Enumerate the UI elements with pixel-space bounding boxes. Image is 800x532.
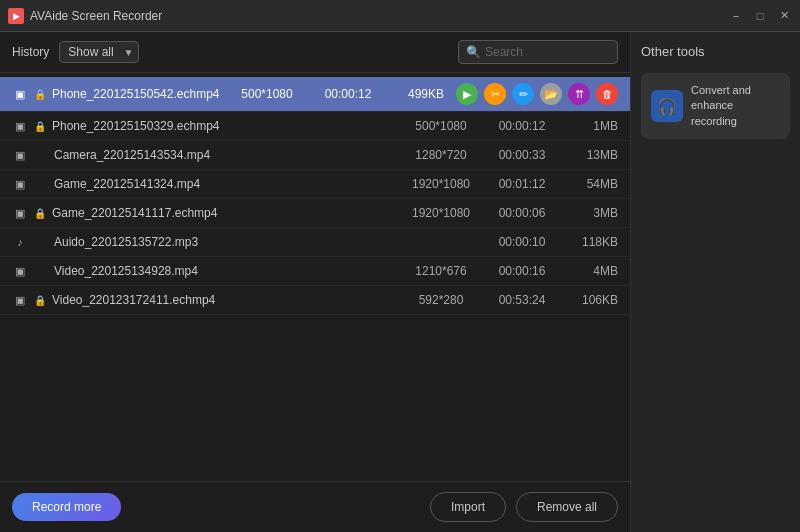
lock-icon: 🔒 [34,121,46,132]
file-name: Game_220125141117.echmp4 [52,206,395,220]
row-actions: ▶✂✏📂⇈🗑 [456,83,618,105]
search-icon: 🔍 [466,45,481,59]
edit-button[interactable]: ✂ [484,83,506,105]
table-row[interactable]: ▣🔒Phone_220125150542.echmp4500*108000:00… [0,77,630,112]
convert-label: Convert and enhance recording [691,83,780,129]
app-icon: ▶ [8,8,24,24]
other-tools-title: Other tools [641,44,790,59]
maximize-button[interactable]: □ [752,8,768,24]
file-name: Video_220123172411.echmp4 [52,293,395,307]
file-name: Game_220125141324.mp4 [54,177,395,191]
file-duration: 00:00:12 [487,119,557,133]
file-duration: 00:00:12 [313,87,383,101]
table-row[interactable]: ▣Video_220125134928.mp41210*67600:00:164… [0,257,630,286]
file-size: 1MB [563,119,618,133]
left-panel: History Show all Video Audio ▼ 🔍 ▣🔒Phone… [0,32,630,532]
convert-icon: 🎧 [651,90,683,122]
lock-icon: 🔒 [34,208,46,219]
file-size: 3MB [563,206,618,220]
title-bar-left: ▶ AVAide Screen Recorder [8,8,162,24]
file-duration: 00:00:33 [487,148,557,162]
table-row[interactable]: ▣Camera_220125143534.mp41280*72000:00:33… [0,141,630,170]
table-row[interactable]: ♪Auido_220125135722.mp300:00:10118KB [0,228,630,257]
play-button[interactable]: ▶ [456,83,478,105]
record-more-button[interactable]: Record more [12,493,121,521]
file-duration: 00:00:16 [487,264,557,278]
file-duration: 00:00:10 [487,235,557,249]
video-icon: ▣ [12,147,28,163]
video-icon: ▣ [12,118,28,134]
app-title: AVAide Screen Recorder [30,9,162,23]
video-icon: ▣ [12,86,28,102]
file-size: 106KB [563,293,618,307]
file-resolution: 1280*720 [401,148,481,162]
file-size: 13MB [563,148,618,162]
file-resolution: 500*1080 [401,119,481,133]
close-button[interactable]: ✕ [776,8,792,24]
file-resolution: 1920*1080 [401,206,481,220]
history-dropdown-wrapper[interactable]: Show all Video Audio ▼ [59,41,139,63]
file-resolution: 592*280 [401,293,481,307]
convert-enhance-tool[interactable]: 🎧 Convert and enhance recording [641,73,790,139]
file-name: Camera_220125143534.mp4 [54,148,395,162]
file-resolution: 1210*676 [401,264,481,278]
window-controls: − □ ✕ [728,8,792,24]
file-name: Video_220125134928.mp4 [54,264,395,278]
import-button[interactable]: Import [430,492,506,522]
video-icon: ▣ [12,205,28,221]
file-name: Auido_220125135722.mp3 [54,235,395,249]
video-icon: ▣ [12,263,28,279]
history-dropdown[interactable]: Show all Video Audio [59,41,139,63]
delete-button[interactable]: 🗑 [596,83,618,105]
pencil-button[interactable]: ✏ [512,83,534,105]
video-icon: ▣ [12,292,28,308]
history-label: History [12,45,49,59]
file-name: Phone_220125150542.echmp4 [52,87,221,101]
audio-icon: ♪ [12,234,28,250]
minimize-button[interactable]: − [728,8,744,24]
file-size: 499KB [389,87,444,101]
file-duration: 00:01:12 [487,177,557,191]
file-name: Phone_220125150329.echmp4 [52,119,395,133]
share-button[interactable]: ⇈ [568,83,590,105]
folder-button[interactable]: 📂 [540,83,562,105]
search-input[interactable] [458,40,618,64]
table-row[interactable]: ▣🔒Video_220123172411.echmp4592*28000:53:… [0,286,630,315]
right-panel: Other tools 🎧 Convert and enhance record… [630,32,800,532]
title-bar: ▶ AVAide Screen Recorder − □ ✕ [0,0,800,32]
lock-icon: 🔒 [34,295,46,306]
video-icon: ▣ [12,176,28,192]
file-size: 118KB [563,235,618,249]
table-row[interactable]: ▣Game_220125141324.mp41920*108000:01:125… [0,170,630,199]
table-row[interactable]: ▣🔒Game_220125141117.echmp41920*108000:00… [0,199,630,228]
file-size: 54MB [563,177,618,191]
footer-right: Import Remove all [430,492,618,522]
footer: Record more Import Remove all [0,481,630,532]
lock-icon: 🔒 [34,89,46,100]
main-container: History Show all Video Audio ▼ 🔍 ▣🔒Phone… [0,32,800,532]
table-row[interactable]: ▣🔒Phone_220125150329.echmp4500*108000:00… [0,112,630,141]
file-resolution: 500*1080 [227,87,307,101]
file-resolution: 1920*1080 [401,177,481,191]
remove-all-button[interactable]: Remove all [516,492,618,522]
file-list: ▣🔒Phone_220125150542.echmp4500*108000:00… [0,73,630,481]
toolbar: History Show all Video Audio ▼ 🔍 [0,32,630,73]
search-box: 🔍 [458,40,618,64]
file-duration: 00:53:24 [487,293,557,307]
file-size: 4MB [563,264,618,278]
file-duration: 00:00:06 [487,206,557,220]
